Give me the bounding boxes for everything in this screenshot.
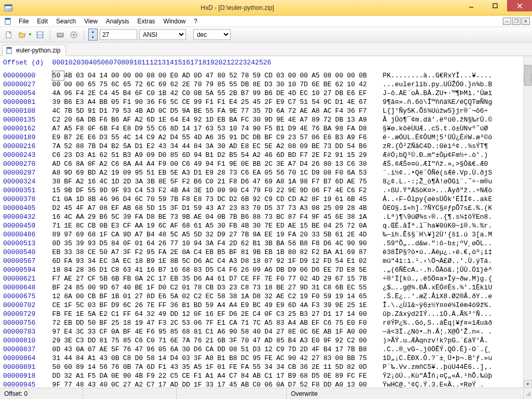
hex-byte[interactable]: 62: [335, 80, 347, 89]
hex-byte[interactable]: 14: [88, 363, 100, 371]
hex-byte[interactable]: B7: [158, 265, 170, 274]
ascii-cell[interactable]: .Lª)¶\9úØ¾s›®..{¶.s¼‡ôŸEn8.: [383, 212, 493, 221]
hex-byte[interactable]: 06: [194, 318, 206, 327]
hex-byte[interactable]: D5: [99, 239, 111, 248]
hex-byte[interactable]: 27: [312, 354, 324, 363]
hex-byte[interactable]: F4: [111, 124, 123, 133]
hex-byte[interactable]: F6: [358, 133, 370, 142]
hex-byte[interactable]: 50: [52, 71, 64, 80]
hex-byte[interactable]: F0: [335, 168, 347, 177]
hex-byte[interactable]: 78: [194, 283, 206, 292]
hex-byte[interactable]: 4B: [358, 204, 370, 212]
hex-byte[interactable]: EC: [123, 257, 135, 265]
hex-byte[interactable]: F8: [182, 195, 194, 204]
hex-byte[interactable]: 46: [99, 195, 111, 204]
hex-byte[interactable]: 16: [88, 177, 100, 186]
hex-byte[interactable]: 38: [52, 177, 64, 186]
hex-byte[interactable]: A7: [135, 230, 147, 239]
ascii-cell[interactable]: zR.{Ô²ZÑâC4D.:0­èì^¢..¾sÝT¶: [383, 142, 488, 151]
hex-byte[interactable]: 9D: [300, 283, 312, 292]
hex-byte[interactable]: 36: [147, 98, 158, 107]
hex-byte[interactable]: 80: [288, 248, 300, 257]
hex-byte[interactable]: 1E: [64, 221, 76, 230]
hex-byte[interactable]: 28: [347, 204, 359, 212]
hex-byte[interactable]: 33: [88, 327, 100, 336]
hex-byte[interactable]: 53: [217, 124, 229, 133]
hex-byte[interactable]: AA: [76, 212, 88, 221]
hex-byte[interactable]: 1E: [158, 257, 170, 265]
hex-byte[interactable]: 16: [147, 265, 158, 274]
hex-byte[interactable]: F4: [217, 239, 229, 248]
hex-byte[interactable]: C6: [241, 168, 253, 177]
hex-byte[interactable]: BE: [312, 142, 324, 151]
hex-byte[interactable]: 95: [158, 327, 170, 336]
hex-byte[interactable]: 64: [135, 310, 147, 318]
hex-byte[interactable]: D3: [217, 283, 229, 292]
hex-byte[interactable]: B2: [111, 142, 123, 151]
hex-byte[interactable]: 4B: [170, 186, 182, 195]
hex-byte[interactable]: 8A: [123, 159, 135, 168]
hex-byte[interactable]: 4C: [99, 177, 111, 186]
hex-byte[interactable]: 5C: [76, 301, 88, 310]
hex-byte[interactable]: 19: [276, 230, 288, 239]
hex-byte[interactable]: 7D: [335, 265, 347, 274]
hex-byte[interactable]: FA: [135, 212, 147, 221]
hex-byte[interactable]: 29: [52, 336, 64, 345]
hex-byte[interactable]: 9A: [182, 107, 194, 115]
hex-byte[interactable]: F2: [135, 248, 147, 257]
ascii-cell[interactable]: 8¿¢.L.-:;Ž_ò¶À!øÖGi¨.˜÷·m®u: [383, 177, 493, 186]
hex-byte[interactable]: AE: [347, 177, 359, 186]
hex-byte[interactable]: 70: [288, 168, 300, 177]
hex-byte[interactable]: 58: [241, 327, 253, 336]
hex-byte[interactable]: A7: [52, 124, 64, 133]
hex-byte[interactable]: 4B: [135, 371, 147, 380]
hex-byte[interactable]: 1B: [158, 89, 170, 98]
hex-byte[interactable]: C6: [135, 336, 147, 345]
hex-byte[interactable]: 77: [241, 107, 253, 115]
hex-byte[interactable]: 2C: [264, 159, 276, 168]
hex-byte[interactable]: 09: [335, 204, 347, 212]
hex-byte[interactable]: A4: [182, 186, 194, 195]
hex-byte[interactable]: 13: [347, 115, 359, 124]
hex-byte[interactable]: 84: [111, 239, 123, 248]
hex-byte[interactable]: 59: [252, 71, 264, 80]
hex-byte[interactable]: 63: [206, 124, 218, 133]
hex-byte[interactable]: 2E: [241, 310, 253, 318]
hex-byte[interactable]: 64: [170, 115, 182, 124]
hex-byte[interactable]: 80: [217, 71, 229, 80]
hex-byte[interactable]: 54: [241, 151, 253, 159]
hex-byte[interactable]: DB: [276, 265, 288, 274]
hex-byte[interactable]: EB: [64, 318, 76, 327]
hex-byte[interactable]: 02: [358, 257, 370, 265]
hex-byte[interactable]: 3E: [194, 186, 206, 195]
hex-byte[interactable]: 47: [147, 318, 158, 327]
hex-byte[interactable]: 8E: [158, 177, 170, 186]
hex-byte[interactable]: EC: [252, 142, 264, 151]
ascii-cell[interactable]: )>ÃÝ.u…ÆÀqnzv!k?pG­…´£àŸ'Â.: [383, 336, 488, 345]
hex-byte[interactable]: F6: [99, 115, 111, 124]
hex-byte[interactable]: F4: [335, 107, 347, 115]
hex-byte[interactable]: 00: [64, 80, 76, 89]
hex-byte[interactable]: 16: [206, 310, 218, 318]
hex-byte[interactable]: B9: [288, 371, 300, 380]
hex-byte[interactable]: BE: [135, 283, 147, 292]
hex-byte[interactable]: B3: [335, 133, 347, 142]
hex-byte[interactable]: A6: [217, 327, 229, 336]
hex-byte[interactable]: C0: [147, 336, 158, 345]
hex-byte[interactable]: 14: [347, 292, 359, 301]
hex-byte[interactable]: 32: [206, 230, 218, 239]
hex-byte[interactable]: 03: [194, 265, 206, 274]
hex-byte[interactable]: 08: [288, 142, 300, 151]
hex-byte[interactable]: BF: [99, 292, 111, 301]
hex-byte[interactable]: 00: [358, 310, 370, 318]
hex-byte[interactable]: C4: [252, 310, 264, 318]
hex-byte[interactable]: 6A: [170, 345, 182, 354]
hex-byte[interactable]: A7: [217, 204, 229, 212]
hex-byte[interactable]: 56: [288, 239, 300, 248]
hex-byte[interactable]: 89: [335, 371, 347, 380]
hex-byte[interactable]: 93: [88, 239, 100, 248]
hex-byte[interactable]: 0F: [194, 310, 206, 318]
hex-byte[interactable]: 21: [217, 177, 229, 186]
hex-byte[interactable]: FA: [64, 257, 76, 265]
hex-byte[interactable]: 7C: [252, 318, 264, 327]
